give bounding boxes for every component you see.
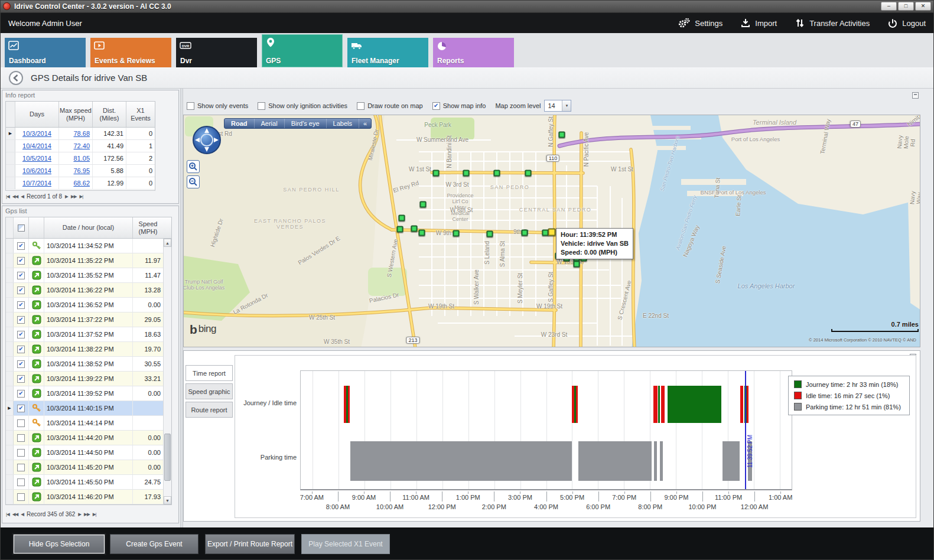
gps-row-checkbox[interactable] (17, 242, 25, 250)
day-link[interactable]: 10/6/2014 (22, 167, 51, 174)
maximize-button[interactable]: □ (898, 2, 914, 11)
select-all-header[interactable] (14, 217, 29, 238)
bing-map[interactable]: Road Aerial Bird's eye Labels « Peck Par… (183, 115, 920, 347)
max-speed-link[interactable]: 72.40 (73, 142, 90, 149)
gps-list-row[interactable]: 10/3/2014 11:44:14 PM (6, 416, 171, 431)
transfer-activities-button[interactable]: Transfer Activities (795, 18, 870, 28)
gps-marker[interactable] (487, 231, 493, 237)
pager-prev-page-icon[interactable]: ◀◀ (12, 512, 18, 517)
max-speed-link[interactable]: 81.05 (73, 155, 90, 162)
play-selected-x1-event-button[interactable]: Play Selected X1 Event (301, 534, 390, 554)
gps-row-checkbox[interactable] (17, 464, 25, 471)
map-style-road[interactable]: Road (224, 119, 255, 128)
tab-gps[interactable]: GPS (262, 34, 343, 67)
map-zoom-out-icon[interactable] (187, 175, 200, 188)
gps-marker[interactable] (433, 170, 440, 177)
export-print-route-report-button[interactable]: Export / Print Route Report (205, 534, 295, 554)
gps-marker-selected[interactable] (548, 229, 556, 236)
pager-first-icon[interactable]: |◀ (6, 194, 9, 199)
gps-marker[interactable] (419, 230, 425, 236)
gps-list-row[interactable]: 10/3/2014 11:39:22 PM33.21 (6, 372, 171, 386)
map-zoom-in-icon[interactable] (187, 160, 200, 173)
gps-list-scrollbar[interactable]: ▲ ▼ (163, 239, 171, 504)
logout-button[interactable]: Logout (887, 18, 926, 28)
select-all-icon[interactable] (18, 224, 25, 232)
gps-list-row[interactable]: 10/3/2014 11:36:22 PM13.28 (6, 283, 171, 298)
gps-marker[interactable] (411, 226, 418, 232)
minimize-button[interactable]: – (881, 2, 897, 11)
info-report-row[interactable]: ▶10/3/201478.68142.310 (6, 128, 155, 140)
gps-row-checkbox[interactable] (17, 272, 25, 279)
checkbox-show-only-ignition[interactable]: Show only ignition activities (258, 102, 347, 110)
gps-row-checkbox[interactable] (17, 257, 25, 265)
gps-list-row[interactable]: 10/3/2014 11:46:20 PM17.93 (6, 490, 171, 504)
gps-list-row[interactable]: 10/3/2014 11:35:52 PM11.47 (6, 268, 171, 283)
gps-row-checkbox[interactable] (17, 434, 25, 442)
gps-list-row[interactable]: 10/3/2014 11:38:22 PM19.70 (6, 342, 171, 357)
scroll-up-icon[interactable]: ▲ (164, 239, 171, 247)
gps-marker[interactable] (574, 261, 580, 268)
info-report-row[interactable]: 10/6/201476.955.880 (6, 165, 155, 177)
create-gps-event-button[interactable]: Create Gps Event (110, 534, 198, 554)
col-max-speed[interactable]: Max speed (MPH) (59, 102, 93, 127)
checkbox-icon[interactable] (187, 102, 194, 110)
gps-list-row[interactable]: 10/3/2014 11:36:52 PM0.00 (6, 298, 171, 312)
max-speed-link[interactable]: 76.95 (73, 167, 90, 174)
gps-marker[interactable] (525, 170, 532, 177)
chevron-down-icon[interactable]: ▼ (562, 100, 571, 111)
gps-marker[interactable] (463, 170, 470, 177)
max-speed-link[interactable]: 78.68 (73, 130, 90, 137)
day-link[interactable]: 10/5/2014 (22, 155, 51, 162)
tab-speed-graphic[interactable]: Speed graphic (186, 383, 233, 399)
gps-list-row[interactable]: 10/3/2014 11:34:52 PM (6, 239, 171, 253)
checkbox-icon[interactable] (432, 102, 440, 110)
gps-marker[interactable] (399, 215, 405, 222)
pager-next-page-icon[interactable]: ▶▶ (71, 194, 77, 199)
day-link[interactable]: 10/4/2014 (22, 142, 51, 149)
gps-marker[interactable] (453, 230, 460, 237)
gps-row-checkbox[interactable] (17, 390, 25, 398)
gps-row-checkbox[interactable] (17, 375, 25, 383)
col-x1-events[interactable]: X1 Events (126, 102, 155, 127)
settings-button[interactable]: Settings (678, 18, 723, 28)
gps-list-row[interactable]: 10/3/2014 11:39:52 PM0.00 (6, 386, 171, 401)
tab-fleet-manager[interactable]: Fleet Manager (347, 38, 428, 67)
info-report-row[interactable]: 10/5/201481.05172.562 (6, 152, 155, 165)
gps-marker[interactable] (397, 226, 403, 233)
pager-last-icon[interactable]: ▶| (93, 512, 96, 517)
tab-time-report[interactable]: Time report (186, 365, 233, 381)
tab-dvr[interactable]: DVR Dvr (176, 38, 257, 67)
gps-row-checkbox[interactable] (17, 478, 25, 486)
gps-list-row[interactable]: 10/3/2014 11:35:22 PM11.97 (6, 253, 171, 268)
close-button[interactable]: ✕ (915, 2, 931, 11)
pager-next-page-icon[interactable]: ▶▶ (84, 512, 90, 517)
col-datetime[interactable]: Date / hour (local) (44, 217, 133, 238)
pager-next-icon[interactable]: ▶ (78, 512, 81, 517)
day-link[interactable]: 10/3/2014 (22, 130, 51, 137)
gps-list-row[interactable]: ▶10/3/2014 11:40:15 PM (6, 401, 171, 416)
gps-list-pager[interactable]: |◀ ◀◀ ◀ Record 345 of 362 ▶ ▶▶ ▶| (6, 511, 96, 517)
map-style-birdseye[interactable]: Bird's eye (285, 119, 327, 128)
gps-row-checkbox[interactable] (17, 419, 25, 427)
scrollbar-thumb[interactable] (164, 434, 171, 481)
tab-route-report[interactable]: Route report (186, 402, 233, 418)
pager-prev-icon[interactable]: ◀ (21, 194, 24, 199)
gps-list-row[interactable]: 10/3/2014 11:45:50 PM24.75 (6, 475, 171, 490)
day-link[interactable]: 10/7/2014 (22, 180, 51, 187)
gps-row-checkbox[interactable] (17, 449, 25, 457)
gps-list-row[interactable]: 10/3/2014 11:38:52 PM30.55 (6, 357, 171, 372)
checkbox-icon[interactable] (357, 102, 365, 110)
gps-marker[interactable] (494, 170, 500, 177)
gps-marker[interactable] (559, 132, 565, 138)
pager-next-icon[interactable]: ▶ (65, 194, 68, 199)
info-report-row[interactable]: 10/7/201468.6212.990 (6, 177, 155, 190)
pager-first-icon[interactable]: |◀ (6, 512, 9, 517)
checkbox-show-map-info[interactable]: Show map info (432, 102, 486, 110)
gps-row-checkbox[interactable] (17, 316, 25, 324)
gps-list-row[interactable]: 10/3/2014 11:44:20 PM0.00 (6, 431, 171, 445)
pager-prev-icon[interactable]: ◀ (21, 512, 24, 517)
map-style-aerial[interactable]: Aerial (255, 119, 285, 128)
map-panel-maximize-icon[interactable] (912, 92, 919, 99)
scroll-down-icon[interactable]: ▼ (164, 496, 171, 504)
max-speed-link[interactable]: 68.62 (73, 180, 90, 187)
